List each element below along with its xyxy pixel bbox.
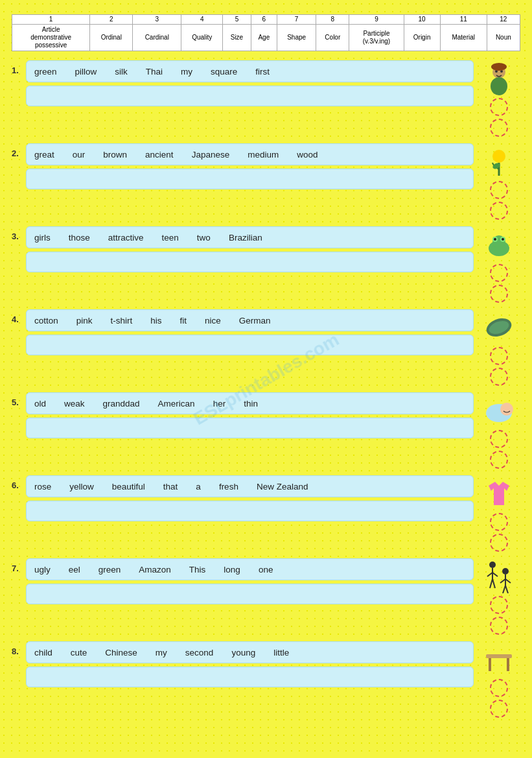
word: young bbox=[231, 648, 255, 657]
words-box: greenpillowsilkThaimysquarefirst bbox=[26, 60, 474, 82]
word: cute bbox=[71, 648, 87, 657]
answer-circle-2 bbox=[490, 285, 508, 303]
exercise-section: 6.roseyellowbeautifulthatafreshNew Zeala… bbox=[12, 475, 520, 552]
answer-circle-1 bbox=[490, 347, 508, 365]
exercise-content: cottonpinkt-shirthisfitniceGerman bbox=[26, 309, 474, 357]
answer-box[interactable] bbox=[26, 169, 474, 189]
svg-rect-31 bbox=[489, 658, 491, 671]
exercise-content: childcuteChinesemysecondyounglittle bbox=[26, 641, 474, 689]
header-col-label: Age bbox=[251, 25, 277, 51]
word: teen bbox=[162, 233, 179, 243]
exercise-section: 8.childcuteChinesemysecondyounglittle bbox=[12, 641, 520, 718]
exercise-row: 7.uglyeelgreenAmazonThislongone bbox=[12, 558, 520, 635]
word: New Zealand bbox=[257, 482, 308, 492]
answer-box[interactable] bbox=[26, 418, 474, 438]
svg-point-24 bbox=[502, 568, 509, 574]
word: first bbox=[255, 67, 270, 77]
header-col-num: 3 bbox=[133, 15, 181, 25]
word: Chinese bbox=[105, 648, 137, 657]
words-box: oldweakgranddadAmericanherthin bbox=[26, 392, 474, 414]
answer-box[interactable] bbox=[26, 252, 474, 272]
words-box: cottonpinkt-shirthisfitniceGerman bbox=[26, 309, 474, 331]
word: his bbox=[150, 316, 161, 326]
exercise-number: 8. bbox=[12, 641, 26, 656]
word: medium bbox=[248, 150, 279, 160]
word: pillow bbox=[75, 67, 97, 77]
svg-point-12 bbox=[502, 238, 504, 241]
image-col bbox=[474, 309, 520, 386]
header-col-label: Material bbox=[440, 25, 487, 51]
exercise-number: 5. bbox=[12, 392, 26, 407]
word: t-shirt bbox=[111, 316, 133, 326]
word: that bbox=[163, 482, 178, 492]
clipart-image bbox=[482, 560, 516, 593]
word: rose bbox=[34, 482, 51, 492]
header-col-label: Size bbox=[223, 25, 251, 51]
header-col-label: Noun bbox=[487, 25, 520, 51]
word: attractive bbox=[108, 233, 144, 243]
answer-box[interactable] bbox=[26, 584, 474, 604]
image-col bbox=[474, 60, 520, 137]
word: Japanese bbox=[192, 150, 230, 160]
exercise-section: 4.cottonpinkt-shirthisfitniceGerman bbox=[12, 309, 520, 386]
exercise-number: 6. bbox=[12, 475, 26, 490]
header-col-num: 4 bbox=[181, 15, 223, 25]
exercise-number: 1. bbox=[12, 60, 26, 75]
answer-box[interactable] bbox=[26, 501, 474, 521]
svg-line-21 bbox=[492, 573, 498, 576]
exercise-row: 6.roseyellowbeautifulthatafreshNew Zeala… bbox=[12, 475, 520, 552]
word: Brazilian bbox=[229, 233, 262, 243]
word: ugly bbox=[34, 565, 51, 574]
word: pink bbox=[76, 316, 93, 326]
words-box: greatourbrownancientJapanesemediumwood bbox=[26, 143, 474, 165]
word: beautiful bbox=[112, 482, 145, 492]
clipart-image bbox=[482, 228, 516, 261]
word: those bbox=[69, 233, 90, 243]
header-col-label: Shape bbox=[277, 25, 316, 51]
clipart-image bbox=[482, 311, 516, 344]
word: yellow bbox=[69, 482, 94, 492]
answer-circle-1 bbox=[490, 264, 508, 282]
word: one bbox=[259, 565, 273, 574]
header-col-label: Participle (v.3/v.ing) bbox=[349, 25, 404, 51]
svg-line-27 bbox=[505, 579, 511, 583]
answer-circle-1 bbox=[490, 98, 508, 116]
answer-circle-1 bbox=[490, 679, 508, 697]
clipart-image bbox=[482, 477, 516, 510]
word: fit bbox=[180, 316, 187, 326]
header-col-num: 8 bbox=[316, 15, 349, 25]
word: square bbox=[211, 67, 237, 77]
exercise-row: 3.girlsthoseattractiveteentwoBrazilian bbox=[12, 226, 520, 303]
word: eel bbox=[69, 565, 80, 574]
word: American bbox=[158, 399, 195, 409]
answer-box[interactable] bbox=[26, 86, 474, 106]
word: granddad bbox=[103, 399, 140, 409]
answer-circle-2 bbox=[490, 119, 508, 137]
svg-line-26 bbox=[500, 579, 505, 583]
word: little bbox=[273, 648, 289, 657]
word: green bbox=[34, 67, 57, 77]
header-col-num: 10 bbox=[404, 15, 440, 25]
exercise-section: 3.girlsthoseattractiveteentwoBrazilian bbox=[12, 226, 520, 303]
svg-line-23 bbox=[492, 579, 495, 588]
header-col-label: Ordinal bbox=[90, 25, 133, 51]
word: wood bbox=[297, 150, 318, 160]
clipart-image bbox=[482, 62, 516, 95]
answer-circle-1 bbox=[490, 430, 508, 448]
word: cotton bbox=[34, 316, 58, 326]
header-col-num: 5 bbox=[223, 15, 251, 25]
svg-rect-30 bbox=[486, 654, 512, 658]
answer-box[interactable] bbox=[26, 667, 474, 687]
words-box: roseyellowbeautifulthatafreshNew Zealand bbox=[26, 475, 474, 497]
word: my bbox=[156, 648, 167, 657]
exercise-row: 4.cottonpinkt-shirthisfitniceGerman bbox=[12, 309, 520, 386]
words-box: uglyeelgreenAmazonThislongone bbox=[26, 558, 474, 580]
image-col bbox=[474, 475, 520, 552]
svg-line-28 bbox=[503, 586, 505, 593]
header-col-label: Quality bbox=[181, 25, 223, 51]
exercise-row: 2.greatourbrownancientJapanesemediumwood bbox=[12, 143, 520, 220]
header-col-num: 11 bbox=[440, 15, 487, 25]
answer-box[interactable] bbox=[26, 335, 474, 355]
word: thin bbox=[244, 399, 258, 409]
word: ancient bbox=[145, 150, 174, 160]
